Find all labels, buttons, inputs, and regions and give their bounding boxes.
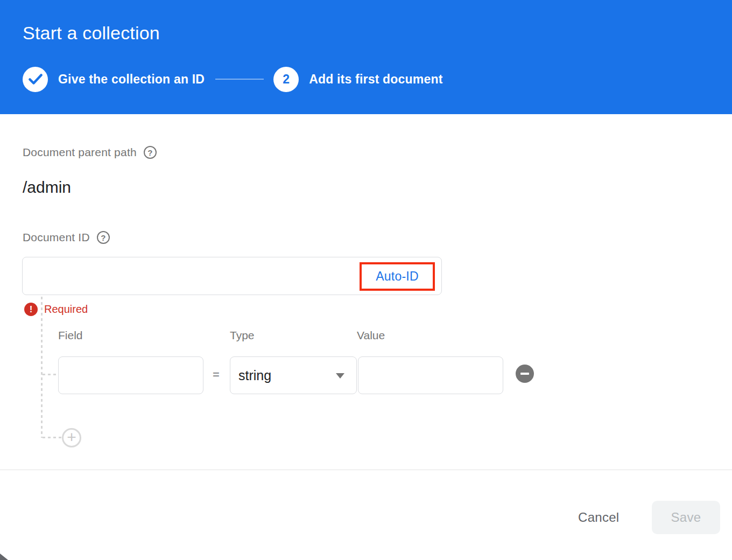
check-icon bbox=[29, 73, 43, 85]
auto-id-label: Auto-ID bbox=[376, 269, 418, 284]
step-1: Give the collection an ID bbox=[23, 67, 205, 92]
dialog-header: Start a collection Give the collection a… bbox=[0, 0, 732, 114]
cancel-button[interactable]: Cancel bbox=[569, 505, 628, 530]
error-icon: ! bbox=[24, 303, 38, 316]
add-field-button[interactable]: + bbox=[62, 428, 81, 447]
plus-icon: + bbox=[67, 429, 76, 445]
document-id-label: Document ID bbox=[23, 231, 90, 244]
help-glyph: ? bbox=[101, 233, 105, 242]
type-column-label: Type bbox=[230, 329, 255, 342]
help-glyph: ? bbox=[147, 148, 152, 157]
step-2: 2 Add its first document bbox=[273, 67, 442, 92]
dotted-connector-add bbox=[43, 437, 63, 438]
document-id-label-row: Document ID ? bbox=[23, 231, 110, 244]
help-icon[interactable]: ? bbox=[97, 231, 110, 244]
footer-divider bbox=[0, 470, 732, 470]
step-2-circle: 2 bbox=[273, 67, 299, 92]
dropdown-arrow-icon bbox=[336, 373, 344, 379]
field-column-label: Field bbox=[58, 329, 83, 342]
parent-path-value: /admin bbox=[23, 178, 71, 197]
field-value-input[interactable] bbox=[358, 356, 503, 394]
dotted-connector-vertical bbox=[41, 297, 43, 438]
remove-field-button[interactable] bbox=[516, 365, 534, 383]
type-selected-value: string bbox=[238, 368, 271, 383]
cursor-artifact bbox=[0, 554, 8, 560]
field-name-input[interactable] bbox=[58, 356, 203, 394]
parent-path-label-row: Document parent path ? bbox=[23, 146, 157, 159]
step-2-label: Add its first document bbox=[309, 72, 442, 87]
save-button[interactable]: Save bbox=[652, 501, 720, 534]
error-glyph: ! bbox=[30, 304, 33, 315]
minus-icon bbox=[520, 373, 529, 375]
type-select[interactable]: string bbox=[230, 356, 357, 394]
required-error: ! Required bbox=[24, 303, 88, 316]
dialog-title: Start a collection bbox=[23, 23, 160, 44]
help-icon[interactable]: ? bbox=[144, 146, 157, 159]
value-column-label: Value bbox=[357, 329, 385, 342]
dotted-connector-field bbox=[43, 374, 58, 375]
stepper: Give the collection an ID 2 Add its firs… bbox=[23, 66, 443, 92]
parent-path-label: Document parent path bbox=[23, 146, 137, 159]
step-connector-line bbox=[215, 79, 264, 80]
auto-id-button[interactable]: Auto-ID bbox=[360, 262, 435, 291]
start-collection-dialog: Start a collection Give the collection a… bbox=[0, 0, 732, 560]
step-1-label: Give the collection an ID bbox=[58, 72, 205, 87]
equals-sign: = bbox=[213, 368, 220, 382]
required-error-text: Required bbox=[44, 303, 88, 316]
step-2-number: 2 bbox=[283, 72, 290, 87]
step-1-circle bbox=[23, 67, 48, 92]
